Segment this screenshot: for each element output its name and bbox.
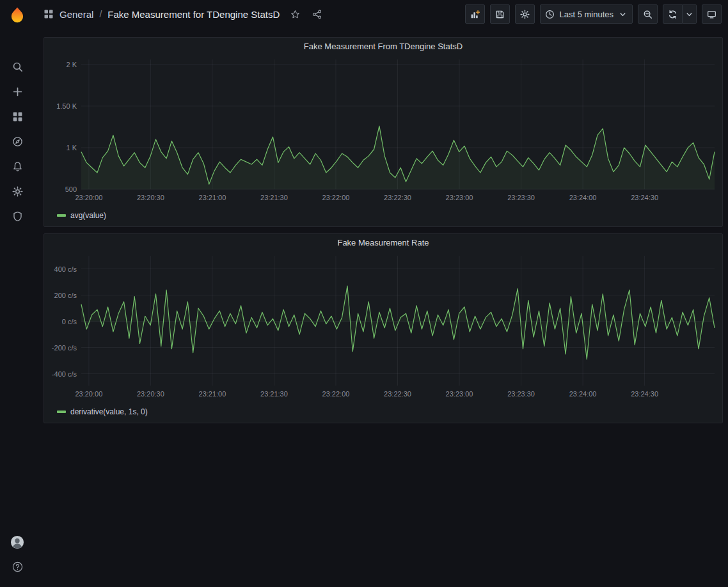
sidebar — [0, 0, 35, 587]
time-series-plot[interactable]: 2 K1.50 K1 K50023:20:0023:20:3023:21:002… — [81, 59, 715, 189]
panel-title-menu[interactable]: Fake Measurement From TDengine StatsD — [44, 38, 722, 54]
x-tick-label: 23:24:30 — [631, 194, 658, 201]
y-tick-label: 1 K — [66, 144, 81, 152]
x-tick-label: 23:23:00 — [446, 194, 473, 201]
time-range-picker[interactable]: Last 5 minutes — [540, 4, 633, 24]
x-tick-label: 23:22:00 — [322, 390, 350, 398]
grafana-logo-icon — [8, 6, 27, 26]
sidebar-item-configuration[interactable] — [0, 179, 35, 204]
y-tick-label: 200 c/s — [54, 292, 81, 299]
search-icon — [12, 61, 23, 72]
gear-icon — [520, 10, 530, 19]
grafana-logo-button[interactable] — [4, 4, 30, 27]
tv-monitor-icon — [707, 10, 716, 19]
chart-canvas — [81, 256, 715, 386]
y-tick-label: 2 K — [66, 61, 81, 68]
chevron-down-icon — [618, 10, 628, 19]
sidebar-item-create[interactable] — [0, 79, 35, 104]
save-dashboard-button[interactable] — [490, 4, 510, 24]
sidebar-item-profile[interactable] — [0, 529, 35, 554]
bell-icon — [12, 161, 23, 172]
star-dashboard-button[interactable] — [289, 8, 301, 20]
panel-legend: derivative(value, 1s, 0) — [44, 405, 722, 423]
y-tick-label: 400 c/s — [54, 265, 81, 273]
share-dashboard-button[interactable] — [311, 8, 323, 20]
panel-legend: avg(value) — [44, 208, 722, 226]
refresh-icon — [668, 10, 677, 19]
refresh-button-group — [663, 4, 697, 24]
y-tick-label: 1.50 K — [56, 102, 81, 110]
help-icon — [12, 561, 23, 572]
legend-series-label[interactable]: derivative(value, 1s, 0) — [70, 407, 148, 416]
sidebar-item-help[interactable] — [0, 554, 35, 579]
dashboard-top-bar: General / Fake Measurement for TDengine … — [35, 0, 728, 28]
add-panel-icon — [470, 10, 480, 19]
x-tick-label: 23:22:30 — [384, 194, 411, 201]
x-tick-label: 23:20:00 — [75, 390, 102, 398]
x-tick-label: 23:23:30 — [507, 390, 535, 398]
sidebar-item-explore[interactable] — [0, 129, 35, 154]
zoom-out-time-button[interactable] — [638, 4, 658, 24]
time-series-plot[interactable]: 400 c/s200 c/s0 c/s-200 c/s-400 c/s23:20… — [81, 256, 715, 386]
time-range-label: Last 5 minutes — [559, 10, 613, 19]
y-tick-label: -400 c/s — [52, 370, 81, 378]
legend-swatch — [57, 214, 66, 217]
x-tick-label: 23:20:00 — [75, 194, 102, 201]
dashboard-canvas: Fake Measurement From TDengine StatsD 2 … — [35, 28, 728, 587]
panel-title-menu[interactable]: Fake Measurement Rate — [44, 234, 722, 251]
panel-chart-area: 2 K1.50 K1 K50023:20:0023:20:3023:21:002… — [44, 54, 722, 208]
sidebar-item-server-admin[interactable] — [0, 204, 35, 229]
x-tick-label: 23:21:30 — [260, 390, 288, 398]
legend-series-label[interactable]: avg(value) — [70, 211, 106, 220]
y-tick-label: -200 c/s — [52, 344, 81, 352]
x-tick-label: 23:24:30 — [631, 390, 658, 398]
panel-title: Fake Measurement Rate — [337, 238, 429, 247]
x-tick-label: 23:21:30 — [260, 194, 288, 201]
x-tick-label: 23:24:00 — [569, 194, 597, 201]
apps-grid-icon — [44, 9, 54, 19]
add-panel-button[interactable] — [465, 4, 485, 24]
x-tick-label: 23:20:30 — [137, 194, 164, 201]
x-tick-label: 23:22:30 — [384, 390, 411, 398]
legend-swatch — [57, 411, 66, 413]
refresh-dashboard-button[interactable] — [663, 4, 683, 24]
x-tick-label: 23:22:00 — [322, 194, 350, 201]
dashboard-toolbar: Last 5 minutes — [465, 4, 722, 24]
breadcrumb-folder-link[interactable]: General — [59, 9, 93, 20]
breadcrumb: General / Fake Measurement for TDengine … — [44, 8, 323, 20]
plus-icon — [12, 86, 23, 97]
dashboard-title: Fake Measurement for TDengine StatsD — [107, 9, 280, 20]
sidebar-item-search[interactable] — [0, 54, 35, 79]
panel-fake-measurement: Fake Measurement From TDengine StatsD 2 … — [44, 37, 723, 227]
x-tick-label: 23:21:00 — [199, 390, 226, 398]
chart-canvas — [81, 59, 715, 189]
sidebar-item-alerting[interactable] — [0, 154, 35, 179]
breadcrumb-separator: / — [99, 9, 102, 19]
kiosk-mode-button[interactable] — [702, 4, 722, 24]
panel-fake-measurement-rate: Fake Measurement Rate 400 c/s200 c/s0 c/… — [44, 233, 723, 423]
main-area: General / Fake Measurement for TDengine … — [35, 0, 728, 587]
x-tick-label: 23:23:00 — [446, 390, 473, 398]
y-tick-label: 500 — [65, 185, 81, 193]
x-tick-label: 23:24:00 — [569, 390, 597, 398]
dashboards-grid-icon — [12, 111, 23, 122]
chevron-down-icon — [684, 10, 694, 19]
panel-title: Fake Measurement From TDengine StatsD — [304, 42, 463, 51]
compass-icon — [12, 136, 23, 147]
user-avatar-icon — [10, 535, 24, 549]
clock-icon — [545, 10, 555, 19]
x-tick-label: 23:20:30 — [137, 390, 164, 398]
y-tick-label: 0 c/s — [62, 318, 81, 325]
zoom-out-icon — [643, 10, 653, 19]
x-tick-label: 23:23:30 — [507, 194, 535, 201]
refresh-interval-dropdown[interactable] — [683, 4, 697, 24]
shield-icon — [12, 211, 23, 222]
sidebar-item-dashboards[interactable] — [0, 104, 35, 129]
share-icon — [312, 10, 322, 19]
x-tick-label: 23:21:00 — [199, 194, 226, 201]
save-icon — [495, 10, 505, 19]
panel-chart-area: 400 c/s200 c/s0 c/s-200 c/s-400 c/s23:20… — [44, 251, 722, 405]
gear-icon — [12, 186, 23, 197]
star-icon — [290, 10, 300, 19]
dashboard-settings-button[interactable] — [515, 4, 535, 24]
